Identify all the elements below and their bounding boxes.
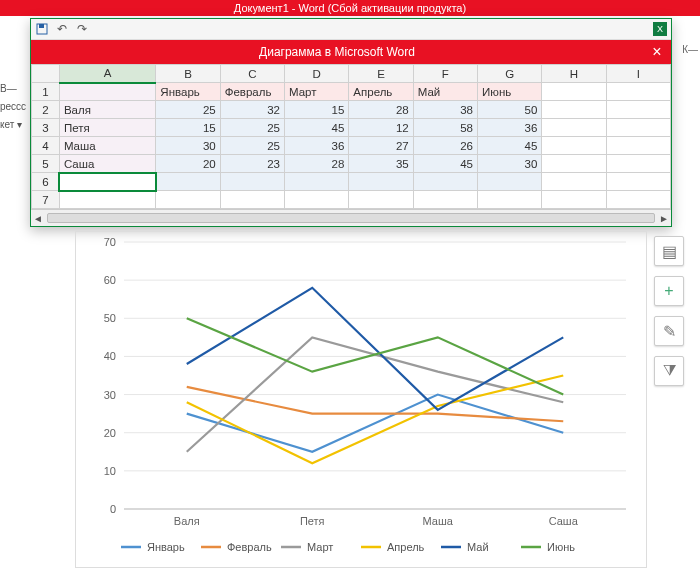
svg-text:20: 20 [104,427,116,439]
cell[interactable]: 20 [156,155,220,173]
cell[interactable] [478,173,542,191]
col-header[interactable]: H [542,65,606,83]
col-header[interactable]: F [413,65,477,83]
col-header[interactable]: G [478,65,542,83]
cell[interactable] [542,83,606,101]
cell[interactable] [542,119,606,137]
cell[interactable]: 28 [349,101,413,119]
cell[interactable] [220,173,284,191]
close-button[interactable]: × [643,43,671,61]
row-header[interactable]: 2 [32,101,60,119]
cell[interactable]: Февраль [220,83,284,101]
cell[interactable]: Петя [59,119,155,137]
cell[interactable] [478,191,542,209]
cell[interactable]: 30 [156,137,220,155]
cell[interactable] [606,155,670,173]
cell[interactable] [59,191,155,209]
cell[interactable]: 15 [156,119,220,137]
scroll-right-icon[interactable]: ► [659,213,669,224]
cell[interactable] [349,191,413,209]
row-header[interactable]: 5 [32,155,60,173]
cell[interactable] [156,191,220,209]
redo-icon[interactable]: ↷ [75,22,89,36]
cell[interactable] [542,137,606,155]
col-header[interactable]: A [59,65,155,83]
select-all-cell[interactable] [32,65,60,83]
cell[interactable] [285,173,349,191]
cell[interactable] [542,155,606,173]
chart-layout-button[interactable]: ▤ [654,236,684,266]
cell[interactable] [285,191,349,209]
cell[interactable] [606,119,670,137]
cell[interactable]: 45 [413,155,477,173]
cell[interactable]: 36 [285,137,349,155]
cell[interactable] [220,191,284,209]
col-header[interactable]: D [285,65,349,83]
cell[interactable]: 28 [285,155,349,173]
cell[interactable]: 15 [285,101,349,119]
data-grid[interactable]: ABCDEFGHI1ЯнварьФевральМартАпрельМайИюнь… [31,64,671,209]
cell[interactable] [59,83,155,101]
chart-add-element-button[interactable]: + [654,276,684,306]
cell[interactable]: 12 [349,119,413,137]
cell[interactable]: 38 [413,101,477,119]
col-header[interactable]: B [156,65,220,83]
chart-area[interactable]: 010203040506070ВаляПетяМашаСашаЯнварьФев… [75,231,647,568]
scroll-thumb[interactable] [47,213,655,223]
cell[interactable]: Март [285,83,349,101]
chart-style-button[interactable]: ✎ [654,316,684,346]
cell[interactable]: Апрель [349,83,413,101]
row-header[interactable]: 6 [32,173,60,191]
cell[interactable]: 50 [478,101,542,119]
svg-text:40: 40 [104,350,116,362]
col-header[interactable]: E [349,65,413,83]
cell[interactable]: 25 [220,137,284,155]
cell[interactable]: 58 [413,119,477,137]
cell[interactable]: Валя [59,101,155,119]
col-header[interactable]: I [606,65,670,83]
cell[interactable]: Июнь [478,83,542,101]
undo-icon[interactable]: ↶ [55,22,69,36]
row-header[interactable]: 4 [32,137,60,155]
cell[interactable] [542,101,606,119]
ribbon-fragment: B— рессс кет ▾ [0,80,26,134]
cell[interactable] [606,173,670,191]
cell[interactable] [542,173,606,191]
cell[interactable]: 25 [220,119,284,137]
cell[interactable] [606,137,670,155]
row-header[interactable]: 1 [32,83,60,101]
cell[interactable]: 25 [156,101,220,119]
cell[interactable] [606,191,670,209]
chart-filter-button[interactable]: ⧩ [654,356,684,386]
cell[interactable]: Январь [156,83,220,101]
horizontal-scrollbar[interactable]: ◄ ► [31,209,671,226]
cell[interactable]: 45 [478,137,542,155]
save-icon[interactable] [35,22,49,36]
cell[interactable]: 32 [220,101,284,119]
cell[interactable]: Саша [59,155,155,173]
cell[interactable]: 45 [285,119,349,137]
cell[interactable] [542,191,606,209]
cell[interactable] [156,173,220,191]
cell[interactable] [606,83,670,101]
scroll-left-icon[interactable]: ◄ [33,213,43,224]
cell[interactable]: 35 [349,155,413,173]
chart-filter-icon: ⧩ [663,362,676,380]
cell[interactable] [606,101,670,119]
row-header[interactable]: 7 [32,191,60,209]
svg-text:0: 0 [110,503,116,515]
active-cell[interactable] [59,173,155,191]
cell[interactable]: 30 [478,155,542,173]
cell[interactable]: Май [413,83,477,101]
cell[interactable]: 36 [478,119,542,137]
cell[interactable]: 27 [349,137,413,155]
chart-data-window: ↶ ↷ X Диаграмма в Microsoft Word × ABCDE… [30,18,672,227]
cell[interactable] [349,173,413,191]
row-header[interactable]: 3 [32,119,60,137]
cell[interactable] [413,191,477,209]
cell[interactable]: 23 [220,155,284,173]
col-header[interactable]: C [220,65,284,83]
cell[interactable] [413,173,477,191]
cell[interactable]: 26 [413,137,477,155]
cell[interactable]: Маша [59,137,155,155]
